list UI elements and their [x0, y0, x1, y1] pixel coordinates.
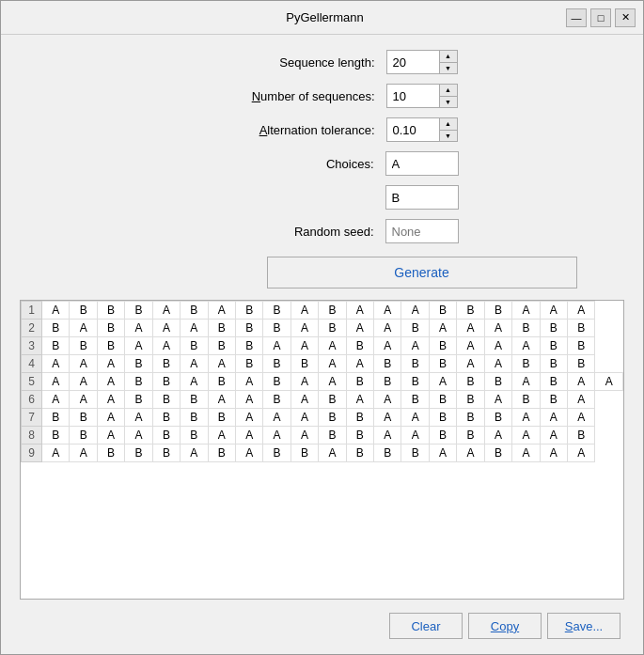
num-sequences-down[interactable]: ▼	[440, 97, 457, 108]
bottom-bar: Clear Copy Save...	[20, 607, 624, 647]
num-sequences-spinner[interactable]: ▲ ▼	[386, 84, 458, 108]
cell: A	[181, 444, 208, 462]
sequence-length-up[interactable]: ▲	[440, 51, 457, 63]
cell: A	[235, 409, 262, 427]
random-seed-input[interactable]	[385, 219, 459, 243]
num-sequences-input[interactable]	[387, 85, 439, 107]
cell: B	[401, 320, 429, 337]
clear-button[interactable]: Clear	[389, 613, 463, 639]
cell: A	[181, 355, 208, 373]
main-window: PyGellermann — □ ✕ Sequence length: ▲ ▼	[0, 0, 644, 655]
sequence-length-spinner[interactable]: ▲ ▼	[386, 50, 458, 74]
cell: A	[457, 355, 484, 373]
cell: A	[235, 391, 262, 409]
cell: B	[70, 337, 97, 355]
sequence-length-input[interactable]	[387, 51, 439, 73]
cell: B	[429, 427, 456, 444]
cell: A	[291, 337, 318, 355]
cell: B	[374, 444, 401, 462]
cell: A	[291, 409, 318, 427]
sequence-length-row: Sequence length: ▲ ▼	[20, 50, 624, 74]
generate-button[interactable]: Generate	[267, 257, 577, 289]
table-row: 8BBAABBAAAABBAABBAAAB	[22, 427, 623, 444]
cell: B	[291, 444, 318, 462]
cell: B	[374, 355, 401, 373]
cell: B	[125, 391, 152, 409]
sequence-length-down[interactable]: ▼	[440, 63, 457, 74]
alt-tolerance-input[interactable]	[387, 118, 439, 141]
save-button[interactable]: Save...	[547, 613, 620, 639]
cell: B	[401, 373, 429, 391]
table-row: 2BABAAABBBABAABAAABBB	[22, 320, 623, 337]
cell: A	[346, 320, 373, 337]
table-row: 5AAABBABABAABBBABBABAA	[22, 373, 623, 391]
cell: A	[457, 320, 484, 337]
cell: A	[401, 337, 429, 355]
row-number: 4	[22, 355, 42, 373]
cell: B	[319, 409, 346, 427]
cell: B	[401, 444, 429, 462]
cell: B	[152, 355, 180, 373]
cell: B	[181, 302, 208, 320]
copy-button[interactable]: Copy	[468, 613, 542, 639]
cell: B	[235, 302, 262, 320]
cell: A	[540, 409, 567, 427]
cell: A	[152, 320, 180, 337]
cell: B	[208, 320, 235, 337]
cell: B	[457, 373, 484, 391]
sequence-table-container[interactable]: 1ABBBABABBABAAABBBAAA2BABAAABBBABAABAAAB…	[20, 300, 624, 600]
cell: A	[42, 391, 70, 409]
cell: A	[125, 320, 152, 337]
cell: B	[512, 355, 540, 373]
cell: A	[97, 427, 124, 444]
cell: A	[568, 391, 595, 409]
table-row: 3BBBAABBBAAABAABAAABB	[22, 337, 623, 355]
form-area: Sequence length: ▲ ▼ Number of sequences…	[20, 50, 624, 289]
cell: A	[374, 427, 401, 444]
cell: A	[346, 302, 373, 320]
num-sequences-arrows: ▲ ▼	[439, 85, 457, 107]
maximize-button[interactable]: □	[590, 8, 611, 27]
cell: A	[42, 373, 70, 391]
num-sequences-up[interactable]: ▲	[440, 85, 457, 97]
row-number: 9	[22, 444, 42, 462]
cell: B	[429, 409, 456, 427]
cell: A	[512, 427, 540, 444]
cell: B	[152, 444, 180, 462]
alt-tolerance-spinner[interactable]: ▲ ▼	[386, 117, 458, 142]
cell: B	[125, 355, 152, 373]
cell: B	[429, 391, 456, 409]
cell: A	[291, 391, 318, 409]
cell: A	[42, 302, 70, 320]
cell: B	[42, 427, 70, 444]
cell: B	[263, 355, 291, 373]
cell: B	[346, 409, 373, 427]
choice-a-input[interactable]	[385, 151, 459, 176]
cell: A	[374, 302, 401, 320]
cell: A	[42, 355, 70, 373]
cell: B	[457, 302, 484, 320]
alt-tolerance-up[interactable]: ▲	[440, 118, 457, 131]
cell: A	[512, 409, 540, 427]
choice-b-input[interactable]	[385, 185, 459, 210]
cell: B	[42, 337, 70, 355]
cell: A	[263, 427, 291, 444]
alt-tolerance-down[interactable]: ▼	[440, 131, 457, 142]
titlebar: PyGellermann — □ ✕	[1, 1, 643, 35]
cell: B	[512, 391, 540, 409]
cell: A	[291, 373, 318, 391]
table-row: 9AABBBABABBABBBAABAAA	[22, 444, 623, 462]
cell: A	[208, 427, 235, 444]
cell: B	[263, 373, 291, 391]
minimize-button[interactable]: —	[566, 8, 587, 27]
cell: A	[319, 337, 346, 355]
sequence-length-arrows: ▲ ▼	[439, 51, 457, 73]
cell: B	[97, 444, 124, 462]
cell: B	[319, 320, 346, 337]
cell: B	[208, 409, 235, 427]
cell: A	[401, 409, 429, 427]
close-button[interactable]: ✕	[615, 8, 636, 27]
random-seed-row: Random seed:	[20, 219, 624, 243]
cell: B	[540, 373, 567, 391]
row-number: 8	[22, 427, 42, 444]
